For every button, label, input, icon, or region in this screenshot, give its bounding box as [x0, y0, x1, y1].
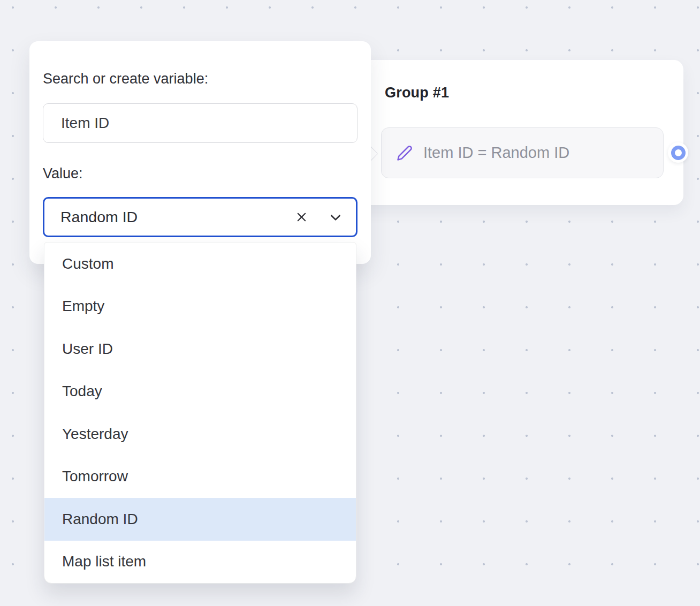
chevron-down-icon[interactable] — [325, 207, 346, 228]
pencil-icon — [397, 145, 413, 161]
value-select[interactable]: Random ID — [43, 197, 357, 237]
option-random-id[interactable]: Random ID — [44, 498, 356, 541]
variable-name-input[interactable] — [43, 103, 357, 143]
option-empty[interactable]: Empty — [44, 285, 356, 328]
connector-ring — [671, 146, 686, 160]
search-or-create-label: Search or create variable: — [43, 71, 208, 87]
group-title: Group #1 — [385, 85, 449, 101]
option-yesterday[interactable]: Yesterday — [44, 413, 356, 456]
option-tomorrow[interactable]: Tomorrow — [44, 456, 356, 498]
option-today[interactable]: Today — [44, 370, 356, 413]
clear-icon[interactable] — [291, 207, 312, 228]
condition-chip[interactable]: Item ID = Random ID — [381, 127, 664, 178]
value-options-dropdown: Custom Empty User ID Today Yesterday Tom… — [44, 242, 356, 584]
value-select-text: Random ID — [60, 208, 291, 226]
option-map-list-item[interactable]: Map list item — [44, 541, 356, 584]
value-label: Value: — [43, 165, 83, 182]
connector-handle[interactable] — [668, 142, 688, 163]
option-user-id[interactable]: User ID — [44, 328, 356, 370]
condition-text: Item ID = Random ID — [423, 144, 569, 162]
variable-editor-popover: Search or create variable: Value: Random… — [29, 41, 371, 264]
option-custom[interactable]: Custom — [44, 243, 356, 285]
group-card[interactable]: Group #1 Item ID = Random ID — [353, 60, 683, 205]
